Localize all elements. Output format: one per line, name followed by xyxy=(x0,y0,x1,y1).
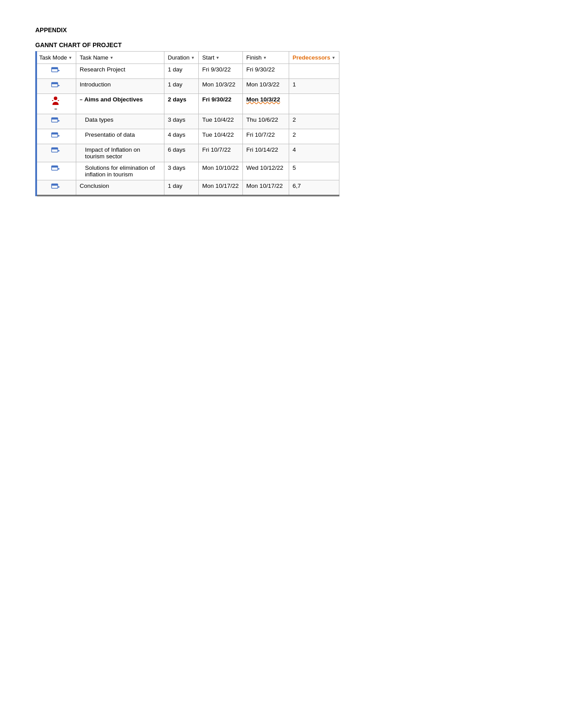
task-mode-cell xyxy=(36,162,76,180)
duration-cell: 3 days xyxy=(164,162,198,180)
svg-marker-11 xyxy=(58,120,60,122)
svg-rect-10 xyxy=(52,118,58,119)
start-cell: Fri 9/30/22 xyxy=(198,94,242,114)
predecessors-cell: 6,7 xyxy=(289,180,339,196)
duration-cell: 1 day xyxy=(164,79,198,94)
predecessors-cell xyxy=(289,94,339,114)
finish-sort-arrow[interactable]: ▼ xyxy=(263,56,267,60)
svg-marker-17 xyxy=(58,150,60,152)
col-header-start[interactable]: Start ▼ xyxy=(198,52,242,64)
chart-title: GANNT CHART OF PROJECT xyxy=(35,41,527,49)
task-name-cell: Solutions for elimination of inflation i… xyxy=(76,162,164,180)
svg-marker-23 xyxy=(58,186,60,188)
col-header-predecessors[interactable]: Predecessors ▼ xyxy=(289,52,339,64)
table-row: Research Project1 dayFri 9/30/22Fri 9/30… xyxy=(36,64,339,79)
task-mode-sort-arrow[interactable]: ▼ xyxy=(68,56,72,60)
col-header-duration[interactable]: Duration ▼ xyxy=(164,52,198,64)
table-row: Conclusion1 dayMon 10/17/22Mon 10/17/226… xyxy=(36,180,339,196)
finish-value: Mon 10/3/22 xyxy=(246,96,280,103)
predecessors-cell: 2 xyxy=(289,129,339,144)
svg-rect-16 xyxy=(52,148,58,149)
task-name-cell: Impact of Inflation on tourism sector xyxy=(76,144,164,162)
start-cell: Tue 10/4/22 xyxy=(198,114,242,129)
duration-cell: 4 days xyxy=(164,129,198,144)
svg-rect-8 xyxy=(58,100,59,101)
table-row: Presentatio of data4 daysTue 10/4/22Fri … xyxy=(36,129,339,144)
duration-sort-arrow[interactable]: ▼ xyxy=(191,56,195,60)
predecessors-cell xyxy=(289,64,339,79)
finish-cell: Fri 9/30/22 xyxy=(242,64,289,79)
appendix-title: APPENDIX xyxy=(35,26,527,34)
svg-marker-2 xyxy=(58,70,60,71)
task-name-cell: Conclusion xyxy=(76,180,164,196)
finish-cell: Fri 10/7/22 xyxy=(242,129,289,144)
predecessors-sort-arrow[interactable]: ▼ xyxy=(331,56,335,60)
svg-marker-20 xyxy=(58,168,60,170)
task-name-cell: Data types xyxy=(76,114,164,129)
start-cell: Mon 10/10/22 xyxy=(198,162,242,180)
start-cell: Mon 10/17/22 xyxy=(198,180,242,196)
duration-cell: 6 days xyxy=(164,144,198,162)
table-row: Solutions for elimination of inflation i… xyxy=(36,162,339,180)
task-mode-icon xyxy=(51,81,60,91)
predecessors-cell: 1 xyxy=(289,79,339,94)
task-mode-icon xyxy=(51,66,60,76)
svg-marker-14 xyxy=(58,135,60,137)
task-mode-icon xyxy=(51,116,60,127)
task-mode-cell xyxy=(36,144,76,162)
start-cell: Mon 10/3/22 xyxy=(198,79,242,94)
task-mode-minus: − xyxy=(39,106,72,112)
finish-cell: Thu 10/6/22 xyxy=(242,114,289,129)
start-cell: Fri 10/7/22 xyxy=(198,144,242,162)
start-sort-arrow[interactable]: ▼ xyxy=(216,56,220,60)
gantt-chart-wrapper: Task Mode ▼ Task Name ▼ Duration ▼ xyxy=(35,51,339,196)
start-cell: Tue 10/4/22 xyxy=(198,129,242,144)
predecessors-cell: 4 xyxy=(289,144,339,162)
finish-cell: Wed 10/12/22 xyxy=(242,162,289,180)
svg-point-6 xyxy=(54,97,57,100)
task-name-cell: Research Project xyxy=(76,64,164,79)
svg-rect-1 xyxy=(52,67,58,69)
svg-rect-7 xyxy=(52,100,53,101)
svg-rect-22 xyxy=(52,184,58,186)
task-mode-icon xyxy=(51,131,60,142)
predecessors-cell: 2 xyxy=(289,114,339,129)
task-mode-icon xyxy=(51,146,60,157)
table-row: Data types3 daysTue 10/4/22Thu 10/6/222 xyxy=(36,114,339,129)
left-bar xyxy=(35,51,37,196)
duration-cell: 3 days xyxy=(164,114,198,129)
predecessors-cell: 5 xyxy=(289,162,339,180)
task-mode-cell: − xyxy=(36,94,76,114)
task-mode-icon xyxy=(51,164,60,175)
duration-cell: 1 day xyxy=(164,64,198,79)
task-mode-cell xyxy=(36,129,76,144)
svg-rect-4 xyxy=(52,82,58,84)
duration-cell: 2 days xyxy=(164,94,198,114)
col-header-task-mode[interactable]: Task Mode ▼ xyxy=(36,52,76,64)
task-name-cell: −Aims and Objectives xyxy=(76,94,164,114)
task-mode-cell xyxy=(36,180,76,196)
finish-cell: Mon 10/3/22 xyxy=(242,94,289,114)
task-mode-cell xyxy=(36,114,76,129)
expand-icon: − xyxy=(80,97,82,102)
table-row: Impact of Inflation on tourism sector6 d… xyxy=(36,144,339,162)
svg-rect-13 xyxy=(52,133,58,134)
start-cell: Fri 9/30/22 xyxy=(198,64,242,79)
task-name-cell: Presentatio of data xyxy=(76,129,164,144)
svg-rect-19 xyxy=(52,166,58,168)
task-mode-cell xyxy=(36,79,76,94)
task-mode-icon xyxy=(51,183,60,193)
table-row: −−Aims and Objectives2 daysFri 9/30/22Mo… xyxy=(36,94,339,114)
col-header-finish[interactable]: Finish ▼ xyxy=(242,52,289,64)
finish-cell: Mon 10/17/22 xyxy=(242,180,289,196)
svg-marker-5 xyxy=(58,85,60,86)
finish-cell: Fri 10/14/22 xyxy=(242,144,289,162)
col-header-task-name[interactable]: Task Name ▼ xyxy=(76,52,164,64)
finish-cell: Mon 10/3/22 xyxy=(242,79,289,94)
duration-cell: 1 day xyxy=(164,180,198,196)
table-row: Introduction1 dayMon 10/3/22Mon 10/3/221 xyxy=(36,79,339,94)
task-name-cell: Introduction xyxy=(76,79,164,94)
gantt-table: Task Mode ▼ Task Name ▼ Duration ▼ xyxy=(35,51,339,196)
task-mode-cell xyxy=(36,64,76,79)
task-name-sort-arrow[interactable]: ▼ xyxy=(110,56,114,60)
